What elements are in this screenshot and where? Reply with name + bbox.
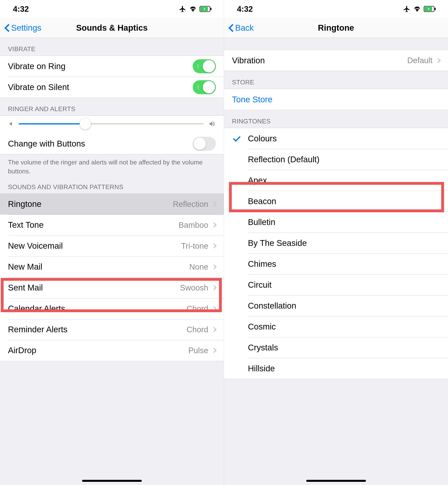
screen-ringtone: 4:32 Back Ringtone Vibration Default STO…	[224, 0, 448, 485]
svg-rect-4	[435, 8, 436, 10]
volume-slider[interactable]	[19, 123, 203, 124]
row-label: Beacon	[248, 197, 440, 206]
row-label: Tone Store	[232, 95, 440, 104]
checkmark-icon	[233, 134, 241, 143]
row-label: Bulletin	[248, 217, 440, 227]
ringtone-item-beacon[interactable]: Beacon	[224, 191, 448, 212]
row-tone-store[interactable]: Tone Store	[224, 89, 448, 110]
row-label: Circuit	[248, 280, 440, 290]
row-label: Vibration	[232, 56, 407, 65]
ringtone-item-cosmic[interactable]: Cosmic	[224, 316, 448, 337]
ringtone-item-hillside[interactable]: Hillside	[224, 358, 448, 379]
row-vibration[interactable]: Vibration Default	[224, 50, 448, 71]
wifi-icon	[189, 6, 197, 12]
row-label: Sent Mail	[8, 283, 180, 293]
row-new-mail[interactable]: New Mail None	[0, 256, 224, 277]
section-header-ringtones: RINGTONES	[224, 110, 448, 128]
home-indicator[interactable]	[306, 480, 366, 482]
status-icons	[179, 5, 212, 13]
row-label: New Voicemail	[8, 241, 181, 251]
toggle-change-buttons[interactable]	[193, 137, 216, 151]
ringtone-item-chimes[interactable]: Chimes	[224, 254, 448, 274]
row-label: Vibrate on Silent	[8, 82, 193, 92]
ringtone-item-crystals[interactable]: Crystals	[224, 337, 448, 358]
volume-low-icon	[8, 121, 14, 127]
row-label: Calendar Alerts	[8, 304, 187, 313]
row-label: AirDrop	[8, 346, 188, 355]
ringtone-item-circuit[interactable]: Circuit	[224, 274, 448, 295]
screen-sounds-haptics: 4:32 Settings Sounds & Haptics VIBRATE V…	[0, 0, 224, 485]
vibrate-list: Vibrate on Ring Vibrate on Silent	[0, 56, 224, 98]
status-bar: 4:32	[224, 0, 448, 18]
row-label: Constellation	[248, 301, 440, 310]
back-button[interactable]: Settings	[6, 23, 41, 33]
back-button[interactable]: Back	[230, 23, 254, 33]
row-volume-slider[interactable]	[0, 116, 224, 133]
ringtone-item-apex[interactable]: Apex	[224, 170, 448, 191]
row-ringtone[interactable]: Ringtone Reflection	[0, 194, 224, 215]
chevron-right-icon	[211, 285, 216, 290]
store-list: Tone Store	[224, 89, 448, 110]
ringtones-list: Colours Reflection (Default) Apex Beacon…	[224, 128, 448, 379]
row-reminder-alerts[interactable]: Reminder Alerts Chord	[0, 319, 224, 340]
row-label: Ringtone	[8, 199, 173, 209]
section-header-patterns: SOUNDS AND VIBRATION PATTERNS	[0, 176, 224, 193]
chevron-right-icon	[211, 264, 216, 269]
row-label: Colours	[248, 134, 440, 143]
section-header-store: STORE	[224, 71, 448, 89]
row-value: Bamboo	[179, 221, 208, 230]
patterns-list: Ringtone Reflection Text Tone Bamboo New…	[0, 193, 224, 361]
footer-change-buttons: The volume of the ringer and alerts will…	[0, 154, 224, 176]
toggle-vibrate-ring[interactable]	[193, 59, 216, 73]
row-vibrate-on-silent[interactable]: Vibrate on Silent	[0, 77, 224, 97]
row-new-voicemail[interactable]: New Voicemail Tri-tone	[0, 236, 224, 256]
row-value: Chord	[187, 304, 208, 313]
chevron-right-icon	[211, 223, 216, 227]
row-value: None	[189, 262, 208, 271]
row-value: Swoosh	[180, 283, 208, 292]
row-text-tone[interactable]: Text Tone Bamboo	[0, 215, 224, 236]
row-label: Reminder Alerts	[8, 325, 187, 334]
chevron-right-icon	[211, 306, 216, 311]
vibration-list: Vibration Default	[224, 50, 448, 71]
status-bar: 4:32	[0, 0, 224, 18]
status-time: 4:32	[237, 5, 253, 14]
row-airdrop[interactable]: AirDrop Pulse	[0, 340, 224, 361]
volume-high-icon	[208, 120, 216, 127]
toggle-vibrate-silent[interactable]	[193, 80, 216, 94]
row-change-with-buttons[interactable]: Change with Buttons	[0, 133, 224, 154]
slider-fill	[19, 123, 85, 124]
ringtone-item-seaside[interactable]: By The Seaside	[224, 232, 448, 254]
ringtone-item-bulletin[interactable]: Bulletin	[224, 212, 448, 232]
row-label: Crystals	[248, 343, 440, 352]
row-value: Chord	[187, 325, 208, 334]
row-vibrate-on-ring[interactable]: Vibrate on Ring	[0, 56, 224, 77]
row-label: Hillside	[248, 364, 440, 373]
row-label: New Mail	[8, 262, 189, 271]
navbar-left: Settings Sounds & Haptics	[0, 18, 224, 38]
ringer-list: Change with Buttons	[0, 115, 224, 154]
row-sent-mail[interactable]: Sent Mail Swoosh	[0, 277, 224, 298]
row-label: Apex	[248, 175, 440, 185]
section-header-ringer: RINGER AND ALERTS	[0, 98, 224, 115]
row-value: Pulse	[188, 346, 208, 355]
status-time: 4:32	[13, 5, 29, 14]
slider-thumb[interactable]	[80, 118, 91, 129]
row-label: Reflection (Default)	[248, 155, 440, 164]
navbar-right: Back Ringtone	[224, 18, 448, 38]
chevron-left-icon	[230, 24, 234, 32]
row-calendar-alerts[interactable]: Calendar Alerts Chord	[0, 298, 224, 319]
ringtone-item-colours[interactable]: Colours	[224, 128, 448, 149]
chevron-right-icon	[211, 327, 216, 332]
row-value: Reflection	[173, 200, 208, 209]
battery-charging-icon	[424, 6, 436, 12]
row-value: Default	[407, 56, 432, 65]
svg-rect-1	[210, 8, 211, 10]
ringtone-item-constellation[interactable]: Constellation	[224, 295, 448, 316]
back-label: Settings	[11, 23, 41, 33]
home-indicator[interactable]	[82, 480, 142, 482]
row-label: Text Tone	[8, 220, 179, 230]
back-label: Back	[235, 23, 254, 33]
row-label: Change with Buttons	[8, 139, 193, 149]
ringtone-item-reflection[interactable]: Reflection (Default)	[224, 149, 448, 170]
